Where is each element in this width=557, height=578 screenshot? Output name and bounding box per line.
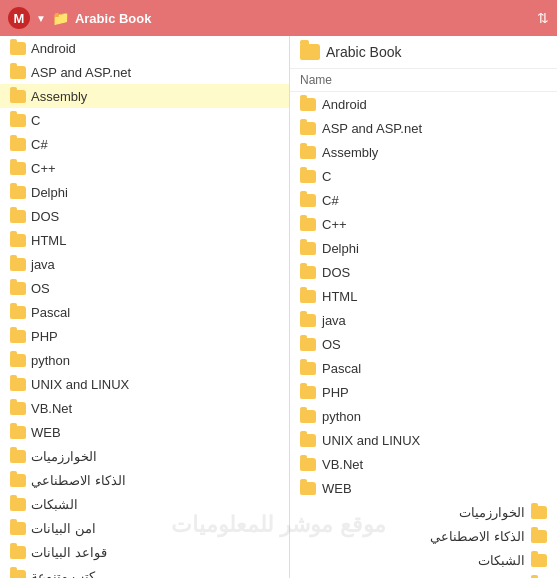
left-tree-item[interactable]: الذكاء الاصطناعي [0,468,289,492]
item-label: DOS [31,209,59,224]
left-tree-item[interactable]: قواعد البيانات [0,540,289,564]
item-label: قواعد البيانات [31,545,107,560]
right-pane: Arabic Book Name AndroidASP and ASP.netA… [290,36,557,578]
sort-icon[interactable]: ⇅ [537,10,549,26]
left-tree-item[interactable]: الخوارزميات [0,444,289,468]
right-list-item[interactable]: C++ [290,212,557,236]
right-list-item[interactable]: PHP [290,380,557,404]
right-list-item[interactable]: OS [290,332,557,356]
item-label: Android [322,97,367,112]
left-tree-item[interactable]: كتب متنوعة [0,564,289,578]
item-label: C# [31,137,48,152]
item-label: Pascal [322,361,361,376]
item-label: C++ [31,161,56,176]
left-tree-item[interactable]: Android [0,36,289,60]
folder-icon [10,162,26,175]
item-label: HTML [31,233,66,248]
right-list-item[interactable]: ASP and ASP.net [290,116,557,140]
folder-icon [10,234,26,247]
right-list-item[interactable]: VB.Net [290,452,557,476]
right-list-item[interactable]: Android [290,92,557,116]
left-tree-item[interactable]: Pascal [0,300,289,324]
item-label: الذكاء الاصطناعي [430,529,525,544]
folder-icon-top: 📁 [52,10,69,26]
item-label: C [322,169,331,184]
item-label: Delphi [31,185,68,200]
folder-icon [300,410,316,423]
right-list-item[interactable]: C# [290,188,557,212]
folder-icon [10,354,26,367]
folder-icon [10,546,26,559]
folder-icon [531,506,547,519]
left-tree-item[interactable]: PHP [0,324,289,348]
folder-icon [300,194,316,207]
item-label: OS [31,281,50,296]
folder-icon [10,66,26,79]
item-label: الذكاء الاصطناعي [31,473,126,488]
left-tree-item[interactable]: WEB [0,420,289,444]
item-label: Assembly [322,145,378,160]
item-label: python [31,353,70,368]
right-list-item[interactable]: C [290,164,557,188]
right-list-item[interactable]: DOS [290,260,557,284]
item-label: OS [322,337,341,352]
folder-icon [10,570,26,579]
item-label: الشبكات [31,497,78,512]
right-list-item[interactable]: UNIX and LINUX [290,428,557,452]
item-label: ASP and ASP.net [322,121,422,136]
right-list-item[interactable]: python [290,404,557,428]
right-list-item[interactable]: HTML [290,284,557,308]
folder-icon [10,114,26,127]
item-label: كتب متنوعة [31,569,95,579]
expand-arrow-icon: ▼ [36,13,46,24]
item-label: UNIX and LINUX [31,377,129,392]
left-tree-item[interactable]: C++ [0,156,289,180]
item-label: DOS [322,265,350,280]
left-tree-item[interactable]: C [0,108,289,132]
item-label: UNIX and LINUX [322,433,420,448]
item-label: الشبكات [478,553,525,568]
folder-icon [300,434,316,447]
left-tree-item[interactable]: C# [0,132,289,156]
left-tree-item[interactable]: VB.Net [0,396,289,420]
folder-icon [300,338,316,351]
item-label: Delphi [322,241,359,256]
left-tree-item[interactable]: Delphi [0,180,289,204]
left-tree-item[interactable]: UNIX and LINUX [0,372,289,396]
folder-icon [10,210,26,223]
right-list-item[interactable]: Assembly [290,140,557,164]
folder-icon [10,378,26,391]
item-label: PHP [31,329,58,344]
item-label: C# [322,193,339,208]
folder-icon [300,170,316,183]
right-panel-header: Arabic Book [290,36,557,69]
folder-icon [300,98,316,111]
left-tree-item[interactable]: python [0,348,289,372]
right-list-item[interactable]: WEB [290,476,557,500]
right-list-item[interactable]: امن البيانات [290,572,557,578]
left-tree-item[interactable]: HTML [0,228,289,252]
folder-icon [300,218,316,231]
right-list-item[interactable]: الذكاء الاصطناعي [290,524,557,548]
left-tree-item[interactable]: java [0,252,289,276]
item-label: Pascal [31,305,70,320]
right-list-item[interactable]: Pascal [290,356,557,380]
folder-icon [10,306,26,319]
right-list-item[interactable]: الشبكات [290,548,557,572]
left-tree-item[interactable]: ASP and ASP.net [0,60,289,84]
left-tree-item[interactable]: DOS [0,204,289,228]
left-pane: AndroidASP and ASP.netAssemblyCC#C++Delp… [0,36,290,578]
right-list-item[interactable]: الخوارزميات [290,500,557,524]
item-label: WEB [322,481,352,496]
folder-icon [10,138,26,151]
right-list-item[interactable]: java [290,308,557,332]
left-tree-item[interactable]: الشبكات [0,492,289,516]
folder-icon [10,42,26,55]
item-label: python [322,409,361,424]
left-tree-item[interactable]: امن البيانات [0,516,289,540]
item-label: C [31,113,40,128]
left-tree-item[interactable]: OS [0,276,289,300]
right-list-item[interactable]: Delphi [290,236,557,260]
left-tree-item[interactable]: Assembly [0,84,289,108]
item-label: VB.Net [322,457,363,472]
